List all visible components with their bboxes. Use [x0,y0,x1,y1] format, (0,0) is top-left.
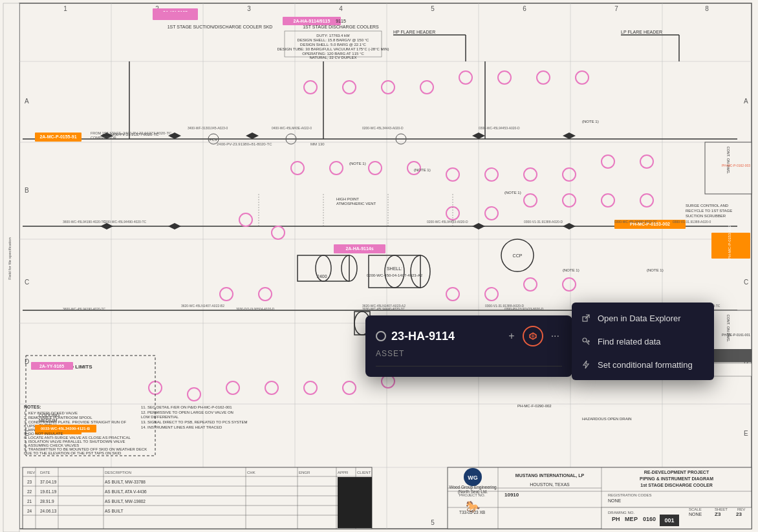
asset-circle-icon [376,331,386,341]
svg-text:3620-WC-45LN1407-A023-A2: 3620-WC-45LN1407-A023-A2 [362,304,406,308]
svg-text:HIGH POINT: HIGH POINT [336,197,359,201]
asset-title: 23-HA-9114 [391,330,455,343]
svg-text:PV: PV [307,0,314,1]
svg-text:NOTES:: NOTES: [24,405,41,409]
add-button[interactable]: + [506,328,517,345]
svg-text:SURGE CONTROL AND: SURGE CONTROL AND [686,204,729,207]
svg-text:HP FLARE HEADER: HP FLARE HEADER [393,30,435,34]
svg-text:SCALE: SCALE [689,507,702,511]
svg-text:8: 8 [705,5,709,12]
diagram-container: 1 2 3 4 5 6 7 8 1 2 3 4 5 6 7 8 A B C D … [0,0,758,532]
svg-text:RECYCLE TO 1ST STAGE: RECYCLE TO 1ST STAGE [686,209,732,213]
svg-text:2A-HA-9114/9115: 2A-HA-9114/9115 [294,19,330,23]
svg-text:FROM 1ST STAGE: FROM 1ST STAGE [91,131,122,135]
svg-text:REV: REV [27,471,35,474]
svg-text:PIPING & INSTRUMENT DIAGRAM: PIPING & INSTRUMENT DIAGRAM [640,476,713,481]
svg-text:9115: 9115 [336,19,346,23]
svg-rect-249 [338,477,372,528]
svg-text:AS BUILT: AS BUILT [105,509,123,513]
svg-text:HAZARDOUS OPEN DRAIN: HAZARDOUS OPEN DRAIN [582,417,632,421]
svg-text:CHK: CHK [247,471,255,474]
svg-text:23: 23 [736,511,742,517]
svg-text:ENGR: ENGR [299,471,310,474]
popup-title-area: 23-HA-9114 [376,330,455,343]
svg-text:PH-MC-F-0290-002: PH-MC-F-0290-002 [517,404,552,408]
svg-text:NONE: NONE [689,512,702,516]
svg-point-312 [583,338,587,342]
svg-text:1: 1 [63,5,67,12]
svg-text:DRAWING NO.: DRAWING NO. [608,511,634,515]
svg-text:3620-WC-45LN1407-A022-B2: 3620-WC-45LN1407-A022-B2 [181,304,224,308]
svg-text:0300-V1-31.91388-A020-0: 0300-V1-31.91388-A020-0 [673,220,711,224]
svg-text:3600-WC-45L94190-4020-TC: 3600-WC-45L94190-4020-TC [63,307,106,311]
popup-divider [376,366,562,367]
svg-text:C: C [25,279,29,286]
svg-text:DESCRIPTION: DESCRIPTION [105,471,131,474]
svg-text:28.91.9: 28.91.9 [40,499,54,504]
svg-text:6: 6 [523,5,526,12]
svg-text:001: 001 [664,517,674,524]
svg-text:AS BUILT, MW-19802: AS BUILT, MW-19802 [105,499,146,504]
svg-text:NONE: NONE [608,498,622,503]
menu-item-find-related[interactable]: Find related data [572,330,714,353]
svg-text:DESIGN SHELL: 15.8 BARG/V @ 15: DESIGN SHELL: 15.8 BARG/V @ 150 °C [298,38,370,42]
svg-text:0300-V1-31.91388-A020-D: 0300-V1-31.91388-A020-D [524,220,563,224]
menu-item-open-explorer[interactable]: Open in Data Explorer [572,306,714,330]
svg-text:(NOTE 1): (NOTE 1) [349,162,366,165]
menu-label-open-explorer: Open in Data Explorer [598,314,681,323]
svg-text:DUTY: 17763.4 kW: DUTY: 17763.4 kW [316,34,350,37]
svg-text:MUSTANG INTERNATIONAL, LP: MUSTANG INTERNATIONAL, LP [515,473,585,478]
svg-text:(NOTE 1): (NOTE 1) [647,268,664,272]
svg-text:2A-YY-9165: 2A-YY-9165 [39,364,64,368]
svg-text:19.61.19: 19.61.19 [40,489,57,494]
svg-text:C: C [744,279,748,286]
svg-text:0400-WC-45LM43E-A022-0: 0400-WC-45LM43E-A022-0 [272,126,312,130]
cube-icon [528,332,537,341]
svg-marker-316 [583,361,589,368]
lightning-icon [581,359,591,370]
svg-text:12. PERMISSIVE TO OPEN LARGE G: 12. PERMISSIVE TO OPEN LARGE GOV VALVE O… [141,410,233,414]
svg-text:4: 4 [339,5,343,12]
svg-text:FCV: FCV [210,138,217,142]
svg-text:3030-DO-0L06504-4020-D: 3030-DO-0L06504-4020-D [236,307,275,311]
svg-text:A: A [25,98,29,105]
svg-text:DUE TO THE ELEVATION OF THE PS: DUE TO THE ELEVATION OF THE PST TAPS ON … [24,451,122,455]
svg-text:A: A [744,98,748,105]
svg-text:MM 130: MM 130 [310,142,325,146]
svg-text:10910: 10910 [504,492,519,498]
asset-popup: 23-HA-9114 + ··· ASSET [365,315,572,377]
find-related-icon [581,336,591,346]
svg-text:Z3: Z3 [715,511,721,517]
more-button[interactable]: ··· [548,328,562,345]
svg-text:HOUSTON, TEXAS: HOUSTON, TEXAS [530,482,570,487]
svg-text:PH: PH [612,516,620,522]
svg-text:D: D [25,358,29,365]
svg-text:SHELL:: SHELL: [387,266,402,271]
menu-item-set-formatting[interactable]: Set conditional formatting [572,353,714,376]
svg-text:2400: 2400 [317,274,327,279]
svg-text:1ST STAGE SUCTION/DISCHARGE CO: 1ST STAGE SUCTION/DISCHARGE COOLER SKD [168,25,273,29]
svg-text:(NOTE 1): (NOTE 1) [414,168,431,172]
svg-text:COMPRESSOR: COMPRESSOR [91,136,116,140]
svg-text:(NOTE 1): (NOTE 1) [563,268,579,272]
pid-diagram: 1 2 3 4 5 6 7 8 1 2 3 4 5 6 7 8 A B C D … [0,0,758,532]
svg-text:2A-HA-9114s: 2A-HA-9114s [345,246,373,251]
svg-text:0200-WC-45L94453-A020-D: 0200-WC-45L94453-A020-D [427,220,468,224]
svg-text:CCP: CCP [513,253,523,258]
svg-text:3400-WF-31301045-A023-0: 3400-WF-31301045-A023-0 [188,126,228,130]
svg-text:0300-WC-45L94490-4020-TC: 0300-WC-45L94490-4020-TC [614,220,658,224]
svg-text:P: P [634,516,638,522]
svg-text:1st STAGE DISCHARGE COOLER: 1st STAGE DISCHARGE COOLER [640,483,713,487]
svg-text:3600-WC-45L94190-4020-TC: 3600-WC-45L94190-4020-TC [63,220,106,224]
threed-button[interactable] [523,326,543,346]
svg-text:NATURAL, 22 CV DUPLEX: NATURAL, 22 CV DUPLEX [309,56,356,59]
svg-text:0200-WC-45L34443-A020-D: 0200-WC-45L34443-A020-D [362,126,404,130]
svg-text:13. SIGNAL DIRECT TO PSB, REPE: 13. SIGNAL DIRECT TO PSB, REPEATED TO PC… [141,420,248,424]
svg-text:RE-DEVELOPMENT PROJECT: RE-DEVELOPMENT PROJECT [644,470,709,474]
popup-header: 23-HA-9114 + ··· [376,326,562,346]
svg-text:PH-ME-P-0161-001: PH-ME-P-0161-001 [722,333,750,337]
svg-text:REGISTRATION CODES: REGISTRATION CODES [608,493,652,497]
svg-text:23: 23 [27,480,32,484]
svg-text:ME: ME [625,516,634,522]
svg-text:3: 3 [247,5,251,12]
